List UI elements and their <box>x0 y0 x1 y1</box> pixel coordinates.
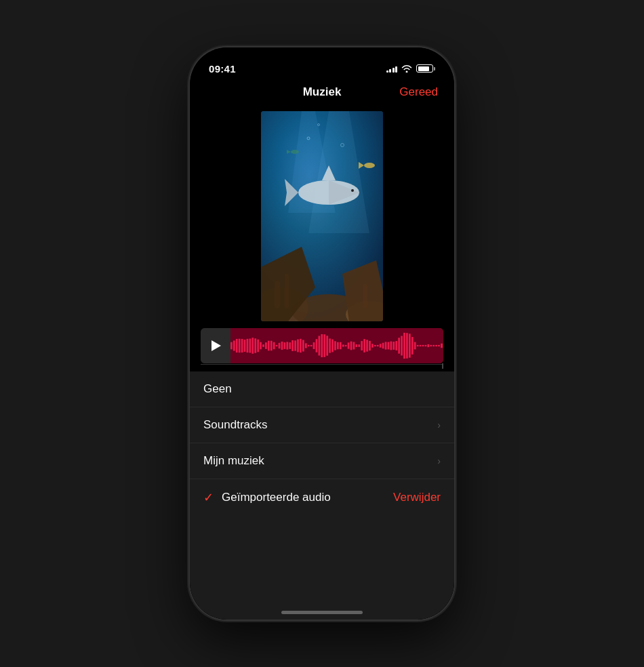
play-button[interactable] <box>201 328 230 363</box>
menu-item-mijn-muziek[interactable]: Mijn muziek › <box>190 443 454 479</box>
check-icon: ✓ <box>203 490 214 505</box>
wifi-icon <box>401 64 412 73</box>
play-icon <box>212 340 221 351</box>
menu-item-geimporteerde-audio-label: Geïmporteerde audio <box>222 491 393 504</box>
waveform-display <box>230 328 443 363</box>
menu-item-geimporteerde-audio[interactable]: ✓ Geïmporteerde audio Verwijder <box>190 479 454 516</box>
menu-item-mijn-muziek-label: Mijn muziek <box>203 454 437 468</box>
done-button[interactable]: Gereed <box>399 85 438 99</box>
menu-list: Geen Soundtracks › Mijn muziek › ✓ Geïmp… <box>190 371 454 620</box>
menu-item-geen[interactable]: Geen <box>190 371 454 407</box>
svg-point-16 <box>364 163 375 168</box>
signal-bar-3 <box>393 68 395 73</box>
nav-bar: Muziek Gereed <box>190 80 454 104</box>
verwijder-button[interactable]: Verwijder <box>393 491 441 504</box>
signal-bar-4 <box>395 66 397 73</box>
video-area <box>190 104 454 328</box>
nav-title: Muziek <box>303 85 342 99</box>
waveform-canvas <box>230 328 443 363</box>
menu-item-soundtracks-label: Soundtracks <box>203 418 437 432</box>
status-icons <box>386 64 436 73</box>
phone-frame: 09:41 <box>190 47 454 620</box>
svg-point-7 <box>351 189 354 192</box>
home-indicator <box>281 611 363 614</box>
signal-bars-icon <box>386 65 398 73</box>
signal-bar-1 <box>386 70 388 73</box>
screen: 09:41 <box>190 47 454 620</box>
video-thumbnail <box>261 111 383 321</box>
waveform-area[interactable] <box>201 328 443 363</box>
underwater-scene <box>261 111 383 321</box>
notch <box>268 47 376 68</box>
soundtracks-chevron-icon: › <box>437 420 441 430</box>
menu-item-geen-label: Geen <box>203 382 441 396</box>
signal-bar-2 <box>389 69 391 73</box>
status-time: 09:41 <box>209 63 236 75</box>
battery-icon <box>416 64 435 73</box>
svg-point-18 <box>291 150 299 154</box>
menu-item-soundtracks[interactable]: Soundtracks › <box>190 407 454 443</box>
mijn-muziek-chevron-icon: › <box>437 456 441 466</box>
